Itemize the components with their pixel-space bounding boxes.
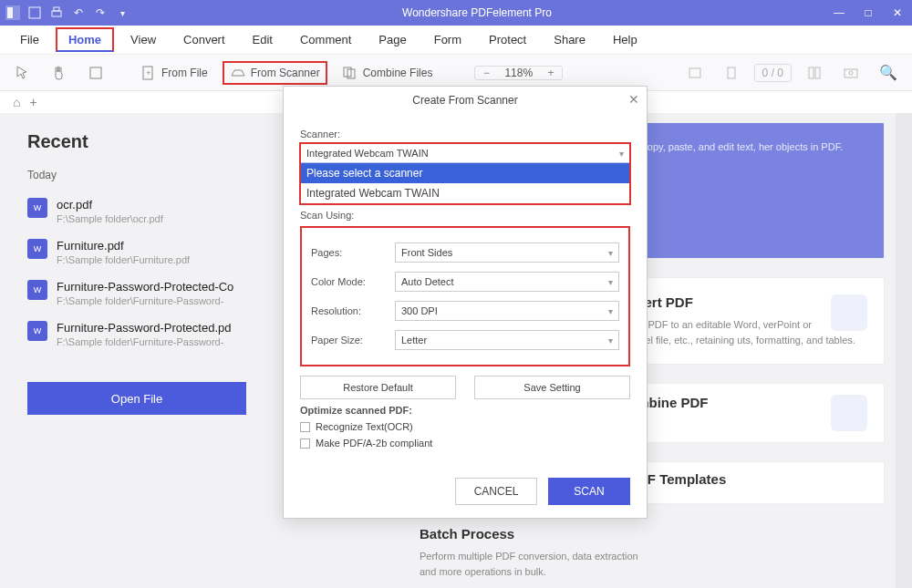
edit-card-body: ut, copy, paste, and edit text, her obje… [628, 139, 867, 155]
menu-edit[interactable]: Edit [242, 29, 284, 50]
hand-tool-icon[interactable] [46, 63, 73, 83]
zoom-value[interactable]: 118% [497, 67, 540, 79]
pages-value: Front Sides [401, 247, 452, 258]
new-tab-button[interactable]: + [29, 95, 36, 109]
resolution-select[interactable]: 300 DPI▾ [395, 301, 619, 321]
menu-file[interactable]: File [9, 29, 50, 50]
dialog-title: Create From Scanner [412, 94, 517, 107]
chevron-down-icon: ▾ [608, 306, 613, 316]
from-scanner-button[interactable]: From Scanner [223, 61, 327, 85]
save-icon[interactable] [27, 5, 42, 20]
view-mode-icon[interactable] [801, 63, 828, 83]
pages-label: Pages: [311, 247, 384, 258]
pdfa-checkbox[interactable]: Make PDF/A-2b compliant [300, 438, 630, 449]
page-sep: / [772, 67, 774, 79]
pages-select[interactable]: Front Sides▾ [395, 242, 619, 263]
combine-pdf-card[interactable]: umbine PDF [611, 383, 885, 443]
pdf-icon: W [27, 239, 47, 259]
scanner-select[interactable]: Integrated Webcam TWAIN ▾ [300, 143, 630, 163]
svg-rect-12 [809, 67, 814, 78]
batch-body: Perform multiple PDF conversion, data ex… [420, 549, 638, 579]
page-current: 0 [762, 67, 769, 79]
ocr-label: Recognize Text(OCR) [316, 421, 413, 432]
maximize-button[interactable]: □ [854, 0, 883, 26]
convert-icon [831, 294, 867, 331]
scanner-dropdown: Please select a scanner Integrated Webca… [300, 162, 630, 204]
resolution-label: Resolution: [311, 305, 384, 316]
color-value: Auto Detect [401, 276, 453, 287]
color-mode-select[interactable]: Auto Detect▾ [395, 272, 619, 292]
pdfa-label: Make PDF/A-2b compliant [316, 438, 432, 449]
dialog-header: Create From Scanner ✕ [284, 87, 647, 114]
home-tab-icon[interactable]: ⌂ [13, 95, 20, 109]
edit-pdf-card[interactable]: ut, copy, paste, and edit text, her obje… [611, 122, 885, 259]
save-setting-button[interactable]: Save Setting [474, 376, 630, 399]
zoom-control: − 118% + [474, 66, 563, 80]
svg-rect-13 [815, 67, 820, 78]
titlebar: ↶ ↷ ▾ Wondershare PDFelement Pro — □ ✕ [0, 0, 912, 26]
scanner-option[interactable]: Integrated Webcam TWAIN [301, 183, 629, 203]
paper-size-label: Paper Size: [311, 335, 384, 346]
fit-page-icon[interactable] [718, 63, 745, 83]
file-name: Furniture-Password-Protected.pd [57, 321, 231, 335]
ocr-checkbox[interactable]: Recognize Text(OCR) [300, 421, 630, 432]
app-logo-icon [5, 5, 20, 20]
open-file-button[interactable]: Open File [27, 382, 246, 415]
cancel-button[interactable]: CANCEL [455, 478, 537, 505]
menu-help[interactable]: Help [602, 29, 648, 50]
from-scanner-label: From Scanner [251, 67, 320, 79]
page-indicator[interactable]: 0 / 0 [754, 64, 792, 82]
right-scrollbar[interactable] [896, 113, 912, 588]
combine-icon [831, 395, 867, 431]
menu-share[interactable]: Share [543, 29, 596, 50]
checkbox-icon [300, 438, 310, 449]
chevron-down-icon: ▾ [619, 149, 624, 159]
screenshot-icon[interactable] [837, 63, 865, 83]
menu-page[interactable]: Page [368, 29, 417, 50]
select-tool-icon[interactable] [9, 63, 36, 83]
chevron-down-icon[interactable]: ▾ [115, 5, 130, 20]
menu-comment[interactable]: Comment [289, 29, 362, 50]
file-path: F:\Sample folder\Furniture-Password- [57, 336, 231, 347]
menu-protect[interactable]: Protect [478, 29, 537, 50]
paper-size-select[interactable]: Letter▾ [395, 330, 619, 350]
convert-pdf-card[interactable]: nvert PDF vert PDF to an editable Word, … [611, 277, 885, 365]
menu-home[interactable]: Home [56, 27, 114, 52]
redo-icon[interactable]: ↷ [93, 5, 108, 20]
restore-default-button[interactable]: Restore Default [300, 376, 456, 399]
zoom-out-button[interactable]: − [475, 67, 497, 79]
print-icon[interactable] [49, 5, 64, 20]
templates-card[interactable]: PDF Templates [611, 461, 885, 504]
minimize-button[interactable]: — [824, 0, 854, 26]
combine-label: Combine Files [363, 67, 433, 79]
fit-width-icon[interactable] [681, 63, 709, 83]
undo-icon[interactable]: ↶ [71, 5, 86, 20]
file-path: F:\Sample folder\Furniture.pdf [57, 254, 190, 265]
window-controls: — □ ✕ [824, 0, 912, 26]
svg-rect-2 [29, 7, 40, 18]
scanner-option[interactable]: Please select a scanner [301, 163, 629, 183]
pdf-icon: W [27, 198, 47, 218]
chevron-down-icon: ▾ [608, 335, 613, 346]
menu-convert[interactable]: Convert [172, 29, 236, 50]
from-file-button[interactable]: +From File [135, 63, 213, 83]
pdf-icon: W [27, 321, 47, 341]
close-button[interactable]: ✕ [883, 0, 912, 26]
svg-text:+: + [146, 68, 150, 77]
svg-rect-11 [728, 67, 735, 78]
zoom-in-button[interactable]: + [540, 67, 562, 79]
menu-view[interactable]: View [119, 29, 167, 50]
dialog-close-button[interactable]: ✕ [628, 92, 639, 107]
cards-column: ut, copy, paste, and edit text, her obje… [611, 122, 885, 504]
file-name: ocr.pdf [57, 198, 163, 211]
menu-form[interactable]: Form [423, 29, 472, 50]
batch-process-block[interactable]: Batch Process Perform multiple PDF conve… [420, 526, 638, 579]
search-icon[interactable]: 🔍 [874, 62, 903, 83]
combine-files-button[interactable]: Combine Files [337, 63, 439, 83]
svg-rect-5 [90, 67, 101, 78]
create-from-scanner-dialog: Create From Scanner ✕ Scanner: Integrate… [283, 86, 648, 519]
titlebar-left: ↶ ↷ ▾ [0, 5, 130, 20]
scan-button[interactable]: SCAN [548, 478, 630, 505]
edit-tool-icon[interactable] [82, 63, 109, 83]
file-path: F:\Sample folder\Furniture-Password- [57, 295, 233, 306]
